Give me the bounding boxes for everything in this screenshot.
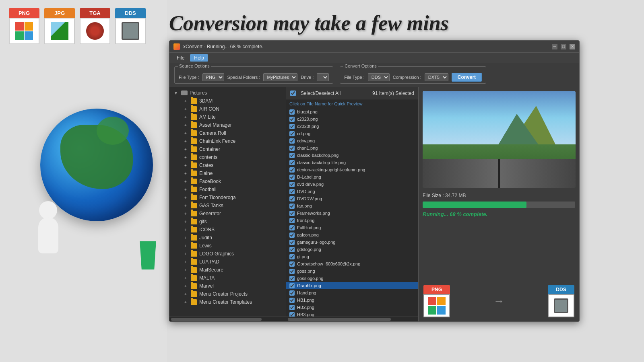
- file-name[interactable]: dvd drive.png: [297, 182, 324, 187]
- file-checkbox[interactable]: [289, 153, 295, 158]
- file-item[interactable]: gameguru-logo.png: [286, 239, 418, 246]
- tree-item-generator[interactable]: + Generator: [171, 210, 284, 218]
- file-checkbox[interactable]: [289, 240, 295, 245]
- file-name[interactable]: cdrw.png: [297, 138, 315, 143]
- file-item[interactable]: gdslogo.png: [286, 246, 418, 253]
- file-item[interactable]: Frameworks.png: [286, 210, 418, 217]
- file-checkbox[interactable]: [289, 290, 295, 296]
- file-item[interactable]: c2020t.png: [286, 123, 418, 130]
- tree-item-mailsecure[interactable]: + MailSecure: [171, 266, 284, 274]
- file-name[interactable]: chan1.png: [297, 146, 318, 150]
- file-checkbox[interactable]: [289, 117, 295, 122]
- file-item[interactable]: fan.png: [286, 202, 418, 210]
- file-item[interactable]: classic-backdrop-lite.png: [286, 159, 418, 166]
- tree-item-luapad[interactable]: + LUA PAD: [171, 258, 284, 266]
- file-list-column-header[interactable]: Click on File Name for Quick Preview: [289, 101, 363, 106]
- file-name[interactable]: c2020t.png: [297, 124, 319, 129]
- file-name[interactable]: D-Label.png: [297, 175, 321, 179]
- file-name[interactable]: DVD.png: [297, 189, 315, 194]
- file-name[interactable]: gaicon.png: [297, 232, 319, 237]
- file-checkbox[interactable]: [289, 182, 295, 187]
- expand-icon[interactable]: +: [182, 210, 189, 217]
- file-checkbox[interactable]: [289, 312, 295, 317]
- expand-icon[interactable]: +: [182, 186, 189, 193]
- file-checkbox[interactable]: [289, 196, 295, 202]
- file-item[interactable]: c2020.png: [286, 115, 418, 123]
- file-item[interactable]: HB3.png: [286, 311, 418, 317]
- expand-icon[interactable]: +: [182, 98, 189, 104]
- source-file-type-select[interactable]: PNG JPG TGA: [202, 73, 224, 81]
- expand-icon[interactable]: +: [182, 114, 189, 120]
- file-checkbox[interactable]: [289, 175, 295, 180]
- file-name[interactable]: goss.png: [297, 269, 315, 274]
- drive-select[interactable]: [317, 73, 329, 81]
- tree-item-gastanks[interactable]: + GAS Tanks: [171, 202, 284, 210]
- file-item[interactable]: HB2.png: [286, 304, 418, 311]
- file-checkbox[interactable]: [289, 160, 295, 165]
- tree-item-amlite[interactable]: + AM Lite: [171, 113, 284, 121]
- file-checkbox[interactable]: [289, 276, 295, 281]
- tree-item-malta[interactable]: + MALTA: [171, 274, 284, 282]
- tree-item-aircon[interactable]: + AIR CON: [171, 105, 284, 113]
- file-name[interactable]: bluepi.png: [297, 109, 318, 114]
- expand-icon[interactable]: +: [182, 226, 189, 233]
- compression-select[interactable]: DXT5 DXT1 DXT3: [425, 73, 448, 81]
- file-checkbox[interactable]: [289, 254, 295, 259]
- expand-icon[interactable]: +: [182, 283, 189, 289]
- file-name[interactable]: classic-backdrop.png: [297, 153, 339, 158]
- expand-icon[interactable]: +: [182, 275, 189, 281]
- file-item[interactable]: bluepi.png: [286, 108, 418, 115]
- file-name[interactable]: fan.png: [297, 204, 312, 208]
- file-checkbox[interactable]: [289, 218, 295, 223]
- expand-icon[interactable]: +: [182, 291, 189, 297]
- expand-icon[interactable]: +: [182, 178, 189, 185]
- file-name[interactable]: HB2.png: [297, 305, 314, 310]
- file-item-selected[interactable]: Graphlx.png: [286, 282, 418, 289]
- expand-icon[interactable]: +: [182, 243, 189, 249]
- tree-item-contents[interactable]: + contents: [171, 153, 284, 161]
- file-item[interactable]: HB1.png: [286, 296, 418, 304]
- tree-item-3dam[interactable]: + 3DAM: [171, 97, 284, 105]
- file-checkbox[interactable]: [289, 247, 295, 252]
- file-checkbox[interactable]: [289, 204, 295, 209]
- tree-item-judith[interactable]: + Judith: [171, 234, 284, 242]
- file-item[interactable]: DVDRW.png: [286, 195, 418, 202]
- file-checkbox[interactable]: [289, 167, 295, 173]
- expand-icon[interactable]: +: [182, 138, 189, 144]
- special-folders-select[interactable]: MyPictures: [263, 73, 297, 81]
- convert-button[interactable]: Convert: [452, 73, 482, 82]
- tree-hscroll-thumb[interactable]: [171, 318, 262, 321]
- expand-icon[interactable]: +: [182, 130, 189, 136]
- file-item[interactable]: D-Label.png: [286, 173, 418, 181]
- tree-item-cameraroll[interactable]: + Camera Roll: [171, 129, 284, 137]
- tree-item-chainlink[interactable]: + ChainLink Fence: [171, 137, 284, 145]
- file-list-hscroll-thumb[interactable]: [288, 318, 391, 321]
- file-item[interactable]: Hand.png: [286, 289, 418, 296]
- tree-item-marvel[interactable]: + Marvel: [171, 282, 284, 290]
- file-name[interactable]: gdslogo.png: [297, 247, 321, 252]
- file-name[interactable]: cd.png: [297, 131, 310, 136]
- file-checkbox[interactable]: [289, 269, 295, 274]
- tree-item-container[interactable]: + Container: [171, 145, 284, 153]
- file-checkbox[interactable]: [289, 225, 295, 230]
- file-item[interactable]: gaicon.png: [286, 231, 418, 239]
- file-checkbox[interactable]: [289, 261, 295, 267]
- file-checkbox[interactable]: [289, 232, 295, 238]
- expand-icon[interactable]: +: [182, 170, 189, 177]
- expand-icon[interactable]: +: [182, 162, 189, 169]
- expand-icon[interactable]: +: [182, 218, 189, 225]
- tree-item-logographics[interactable]: + LOGO Graphics: [171, 250, 284, 258]
- file-item[interactable]: DVD.png: [286, 188, 418, 195]
- tree-item-facebook[interactable]: + FaceBook: [171, 177, 284, 185]
- file-name[interactable]: HB3.png: [297, 312, 314, 317]
- menu-help[interactable]: Help: [190, 54, 208, 62]
- file-item[interactable]: classic-backdrop.png: [286, 152, 418, 159]
- expand-icon[interactable]: +: [182, 122, 189, 128]
- file-name[interactable]: c2020.png: [297, 117, 318, 121]
- file-checkbox[interactable]: [289, 131, 295, 136]
- file-item[interactable]: cdrw.png: [286, 137, 418, 144]
- file-item[interactable]: dvd drive.png: [286, 181, 418, 188]
- expand-icon[interactable]: +: [182, 299, 189, 305]
- file-item[interactable]: dexion-racking-upright-column.png: [286, 166, 418, 173]
- file-checkbox[interactable]: [289, 298, 295, 303]
